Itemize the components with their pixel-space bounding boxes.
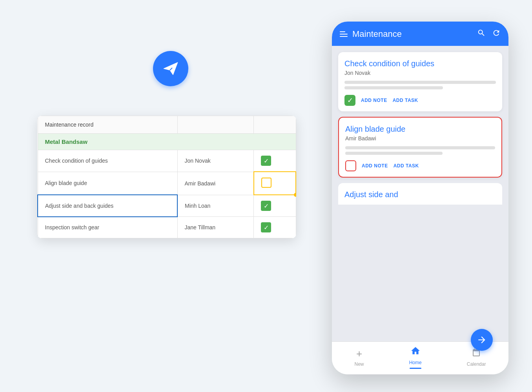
card-3-title: Adjust side and <box>344 190 496 199</box>
table-header-row: Maintenance record <box>38 116 296 134</box>
nav-item-new[interactable]: + New <box>355 348 364 367</box>
search-icon[interactable] <box>477 29 486 40</box>
person-cell: Jon Novak <box>177 150 254 172</box>
card-2-add-task[interactable]: ADD TASK <box>394 163 419 169</box>
card-1-lines <box>344 81 496 89</box>
person-cell: Amir Badawi <box>177 172 254 195</box>
phone-header: Maintenance <box>332 22 508 46</box>
spreadsheet-panel: Maintenance record Metal Bandsaw Check c… <box>37 116 296 238</box>
line-1 <box>345 146 495 149</box>
table-row: Check condition of guides Jon Novak ✓ <box>38 150 296 172</box>
card-2-add-note[interactable]: ADD NOTE <box>362 163 388 169</box>
card-2-actions: ADD NOTE ADD TASK <box>345 160 495 171</box>
nav-new-label: New <box>355 361 364 367</box>
line-1 <box>344 81 496 84</box>
card-1-add-task[interactable]: ADD TASK <box>393 98 418 103</box>
card-2-checkbox[interactable] <box>345 160 356 171</box>
task-cell: Check condition of guides <box>38 150 177 172</box>
nav-calendar-label: Calendar <box>467 361 486 367</box>
card-2-lines <box>345 146 495 155</box>
task-card-1[interactable]: Check condition of guides Jon Novak ✓ AD… <box>338 52 502 111</box>
line-2 <box>344 86 443 89</box>
card-1-add-note[interactable]: ADD NOTE <box>361 98 387 103</box>
status-cell: ✓ <box>254 150 296 172</box>
task-cell-selected: Adjust side and back guides <box>38 195 177 217</box>
card-1-person: Jon Novak <box>344 70 496 76</box>
person-cell: Minh Loan <box>177 195 254 217</box>
task-card-2[interactable]: Align blade guide Amir Badawi ADD NOTE A… <box>338 117 502 178</box>
status-cell: ✓ <box>254 217 296 238</box>
person-cell: Jane Tillman <box>177 217 254 238</box>
checkbox-empty[interactable] <box>261 178 271 188</box>
plus-icon: + <box>356 348 362 360</box>
table-row-selected: Adjust side and back guides Minh Loan ✓ <box>38 195 296 217</box>
phone-mockup: Maintenance Check condition of guides Jo… <box>332 22 508 374</box>
table-row: Inspection switch gear Jane Tillman ✓ <box>38 217 296 238</box>
card-1-actions: ✓ ADD NOTE ADD TASK <box>344 95 496 106</box>
status-cell: ✓ <box>254 195 296 217</box>
card-2-title: Align blade guide <box>345 125 495 134</box>
hamburger-icon[interactable] <box>340 31 348 37</box>
header-left: Maintenance <box>340 29 402 39</box>
col-header-status <box>254 116 296 134</box>
table-row: Align blade guide Amir Badawi <box>38 172 296 195</box>
section-label: Metal Bandsaw <box>38 134 296 150</box>
phone-frame: Maintenance Check condition of guides Jo… <box>332 22 508 374</box>
header-title: Maintenance <box>352 29 402 39</box>
header-icons <box>477 29 501 40</box>
task-cell: Align blade guide <box>38 172 177 195</box>
check-icon: ✓ <box>261 201 271 211</box>
nav-item-home[interactable]: Home <box>409 346 422 369</box>
card-1-checkbox[interactable]: ✓ <box>344 95 355 106</box>
phone-content: Check condition of guides Jon Novak ✓ AD… <box>332 46 508 341</box>
card-2-person: Amir Badawi <box>345 135 495 142</box>
check-icon: ✓ <box>261 156 271 166</box>
line-2 <box>345 152 443 155</box>
section-row-metal-bandsaw: Metal Bandsaw <box>38 134 296 150</box>
col-header-task: Maintenance record <box>38 116 177 134</box>
refresh-icon[interactable] <box>492 29 501 40</box>
fab-button[interactable] <box>471 329 493 351</box>
maintenance-table: Maintenance record Metal Bandsaw Check c… <box>37 116 296 238</box>
check-icon: ✓ <box>261 222 271 232</box>
nav-home-label: Home <box>409 360 422 365</box>
col-header-person <box>177 116 254 134</box>
nav-indicator <box>410 368 421 369</box>
card-1-title: Check condition of guides <box>344 59 496 68</box>
home-icon <box>410 346 421 358</box>
status-cell-yellow[interactable] <box>254 172 296 195</box>
task-card-3-partial: Adjust side and <box>338 183 502 205</box>
task-cell: Inspection switch gear <box>38 217 177 238</box>
app-logo <box>153 51 188 86</box>
